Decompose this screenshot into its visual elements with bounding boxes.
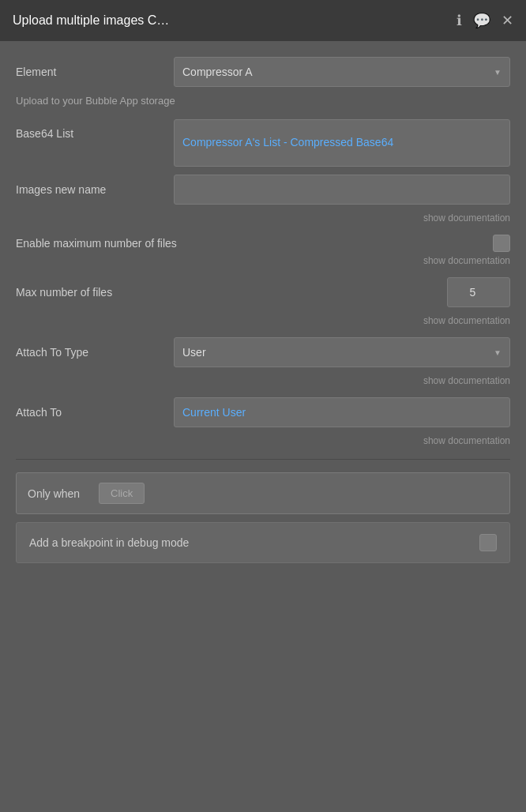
- click-button[interactable]: Click: [99, 483, 145, 504]
- only-when-label: Only when: [28, 487, 91, 500]
- max-files-label: Max number of files: [16, 286, 174, 299]
- dialog-title: Upload multiple images C…: [13, 13, 169, 28]
- chat-icon[interactable]: 💬: [473, 12, 490, 29]
- element-label: Element: [16, 66, 174, 78]
- enable-max-toggle[interactable]: [493, 235, 510, 252]
- show-documentation-1[interactable]: show documentation: [16, 212, 510, 224]
- element-row: Element Compressor A ▼: [16, 57, 510, 87]
- enable-max-label: Enable maximum number of files: [16, 237, 177, 250]
- attach-to-type-label: Attach To Type: [16, 346, 174, 359]
- element-dropdown[interactable]: Compressor A ▼: [174, 57, 510, 87]
- close-icon[interactable]: ✕: [502, 12, 513, 29]
- base64-list-label: Base64 List: [16, 119, 174, 140]
- title-bar-icons: ℹ 💬 ✕: [456, 12, 513, 29]
- base64-list-value[interactable]: Compressor A's List - Compressed Base64: [174, 119, 510, 167]
- attach-to-type-dropdown[interactable]: User ▼: [174, 337, 510, 367]
- attach-to-type-row: Attach To Type User ▼: [16, 337, 510, 367]
- max-files-input[interactable]: [447, 277, 510, 307]
- title-bar: Upload multiple images C… ℹ 💬 ✕: [0, 0, 526, 41]
- info-icon[interactable]: ℹ: [456, 12, 462, 29]
- only-when-row: Only when Click: [16, 472, 510, 514]
- attach-to-value[interactable]: Current User: [174, 397, 510, 427]
- max-files-row: Max number of files: [16, 277, 510, 307]
- images-new-name-label: Images new name: [16, 183, 174, 196]
- enable-max-files-row: Enable maximum number of files: [16, 235, 510, 252]
- attach-to-label: Attach To: [16, 406, 174, 419]
- attach-to-row: Attach To Current User: [16, 397, 510, 427]
- show-documentation-3[interactable]: show documentation: [16, 315, 510, 326]
- attach-to-type-arrow: ▼: [494, 348, 502, 357]
- element-dropdown-arrow: ▼: [494, 68, 502, 77]
- divider: [16, 459, 510, 460]
- show-documentation-2[interactable]: show documentation: [16, 255, 510, 266]
- show-documentation-4[interactable]: show documentation: [16, 375, 510, 386]
- attach-to-type-value: User: [182, 346, 206, 359]
- images-new-name-input[interactable]: [174, 175, 510, 205]
- breakpoint-row: Add a breakpoint in debug mode: [16, 522, 510, 563]
- add-breakpoint-label: Add a breakpoint in debug mode: [29, 536, 479, 549]
- element-value: Compressor A: [182, 66, 253, 78]
- breakpoint-toggle[interactable]: [479, 534, 497, 551]
- upload-subtitle: Upload to your Bubble App storage: [16, 95, 510, 107]
- show-documentation-5[interactable]: show documentation: [16, 435, 510, 446]
- content-area: Element Compressor A ▼ Upload to your Bu…: [0, 41, 526, 579]
- base64-list-row: Base64 List Compressor A's List - Compre…: [16, 119, 510, 167]
- images-new-name-row: Images new name: [16, 175, 510, 205]
